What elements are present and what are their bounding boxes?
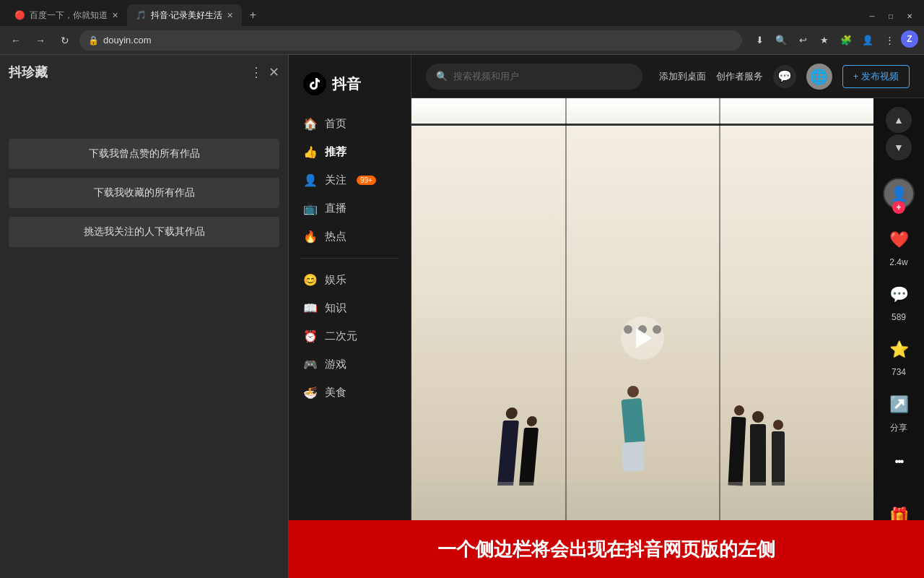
extensions-icon[interactable]: 🧩 [836,30,856,51]
douyin-logo: 抖音 [289,66,411,110]
content-area: 抖珍藏 ⋮ ✕ 下载我曾点赞的所有作品 下载我收藏的所有作品 挑选我关注的人下载… [0,55,924,578]
anime-icon: ⏰ [303,329,318,343]
nav-recommend[interactable]: 👍 推荐 [289,138,411,166]
game-icon: 🎮 [303,358,318,371]
follow-plus-icon[interactable]: + [892,201,905,214]
favorite-action[interactable]: ⭐ 734 [883,334,915,377]
profile-icon[interactable]: 👤 [858,30,878,51]
nav-knowledge[interactable]: 📖 知识 [289,294,411,322]
like-action[interactable]: ❤️ 2.4w [883,224,915,267]
douyin-header: 🔍 搜索视频和用户 添加到桌面 创作者服务 💬 🌐 + 发布视频 [411,55,924,98]
nav-food[interactable]: 🍜 美食 [289,379,411,407]
knowledge-icon: 📖 [303,301,318,315]
close-button[interactable]: ✕ [901,7,918,25]
download-icon[interactable]: ⬇ [749,30,770,51]
extension-menu-icon[interactable]: ⋮ [250,64,263,80]
minimize-button[interactable]: ─ [863,7,881,25]
more-icon: ••• [883,446,915,478]
split-line-right [719,98,720,578]
nav-anime-label: 二次元 [325,329,357,343]
nav-knowledge-label: 知识 [325,301,346,315]
douyin-tab-close[interactable]: ✕ [227,11,233,20]
search-placeholder: 搜索视频和用户 [453,70,519,83]
add-to-desktop-button[interactable]: 添加到桌面 [659,70,706,83]
browser-toolbar: ← → ↻ 🔒 douyin.com ⬇ 🔍 ↩ ★ 🧩 👤 ⋮ Z [0,26,924,55]
download-liked-button[interactable]: 下载我曾点赞的所有作品 [9,139,279,169]
comment-icon: 💬 [883,279,915,311]
nav-entertainment[interactable]: 😊 娱乐 [289,266,411,294]
nav-live[interactable]: 📺 直播 [289,194,411,223]
zoom-icon[interactable]: 🔍 [771,30,791,51]
chat-icon: 💬 [777,69,792,83]
extension-buttons: 下载我曾点赞的所有作品 下载我收藏的所有作品 挑选我关注的人下载其作品 [9,139,279,247]
douyin-tab-label: 抖音·记录美好生活 [151,9,222,22]
scroll-up-button[interactable]: ▲ [886,107,912,133]
nav-game[interactable]: 🎮 游戏 [289,350,411,379]
creator-service-button[interactable]: 创作者服务 [716,70,763,83]
video-main: 🔍 搜索视频和用户 添加到桌面 创作者服务 💬 🌐 + 发布视频 [411,55,924,578]
svg-point-0 [303,72,326,95]
nav-anime[interactable]: ⏰ 二次元 [289,322,411,350]
tab-baidu[interactable]: 🔴 百度一下，你就知道 ✕ [6,4,127,26]
banner-text: 一个侧边栏将会出现在抖音网页版的左侧 [437,537,775,562]
extension-close-icon[interactable]: ✕ [269,64,279,80]
nav-home[interactable]: 🏠 首页 [289,110,411,138]
avatar-icon: 🌐 [810,68,828,85]
tab-douyin[interactable]: 🎵 抖音·记录美好生活 ✕ [127,4,242,26]
live-icon: 📺 [303,202,318,215]
profile-avatar[interactable]: Z [901,30,918,48]
like-icon: ❤️ [883,224,915,256]
video-player[interactable]: ▶ 00:12/ 自动播放 1.0x 🔊 ⛶ 详情 [411,98,873,578]
bookmark-icon[interactable]: ↩ [793,30,813,51]
recommend-icon: 👍 [303,145,318,159]
nav-live-label: 直播 [325,202,346,215]
nav-hot[interactable]: 🔥 热点 [289,223,411,251]
baidu-tab-close[interactable]: ✕ [112,11,118,20]
douyin-logo-text: 抖音 [332,74,361,94]
split-line-left [565,98,567,578]
favorite-count: 734 [892,367,906,377]
like-count: 2.4w [889,257,907,267]
home-icon: 🏠 [303,117,318,131]
entertainment-icon: 😊 [303,273,318,287]
reload-button[interactable]: ↻ [55,30,75,51]
lock-icon: 🔒 [88,35,99,46]
follow-icon: 👤 [303,173,318,187]
star-action-icon: ⭐ [883,334,915,366]
follow-badge: 99+ [357,176,376,185]
menu-icon[interactable]: ⋮ [879,30,899,51]
address-text: douyin.com [103,35,733,46]
nav-follow-label: 关注 [325,173,346,187]
publish-video-button[interactable]: + 发布视频 [842,65,910,88]
header-actions: 添加到桌面 创作者服务 💬 🌐 + 发布视频 [659,64,910,90]
star-icon[interactable]: ★ [814,30,834,51]
share-action[interactable]: ↗️ 分享 [883,389,915,434]
toolbar-icons: ⬇ 🔍 ↩ ★ 🧩 👤 ⋮ Z [749,30,918,51]
play-button[interactable] [621,316,664,360]
share-label: 分享 [890,422,907,434]
new-tab-button[interactable]: + [242,4,263,26]
website-area: 抖音 🏠 首页 👍 推荐 👤 关注 99+ 📺 直播 🔥 [289,55,924,578]
extension-sidebar: 抖珍藏 ⋮ ✕ 下载我曾点赞的所有作品 下载我收藏的所有作品 挑选我关注的人下载… [0,55,289,578]
nav-recommend-label: 推荐 [325,145,346,159]
back-button[interactable]: ← [6,30,26,51]
search-bar[interactable]: 🔍 搜索视频和用户 [426,64,642,90]
nav-follow[interactable]: 👤 关注 99+ [289,166,411,194]
scroll-down-button[interactable]: ▼ [886,134,912,160]
address-bar[interactable]: 🔒 douyin.com [79,30,742,51]
bottom-banner: 一个侧边栏将会出现在抖音网页版的左侧 [289,520,924,578]
chat-button[interactable]: 💬 [773,65,796,88]
download-collected-button[interactable]: 下载我收藏的所有作品 [9,178,279,208]
browser-tab-bar: 🔴 百度一下，你就知道 ✕ 🎵 抖音·记录美好生活 ✕ + ─ □ ✕ [0,0,924,26]
search-icon: 🔍 [436,71,448,82]
douyin-sidebar: 抖音 🏠 首页 👍 推荐 👤 关注 99+ 📺 直播 🔥 [289,55,411,578]
comment-action[interactable]: 💬 589 [883,279,915,322]
more-action[interactable]: ••• [883,446,915,478]
maximize-button[interactable]: □ [882,7,899,25]
user-avatar[interactable]: 🌐 [806,64,832,90]
forward-button[interactable]: → [30,30,51,51]
douyin-logo-icon [303,72,326,95]
baidu-favicon: 🔴 [14,10,25,20]
video-feed: ▶ 00:12/ 自动播放 1.0x 🔊 ⛶ 详情 [411,98,924,578]
download-followed-button[interactable]: 挑选我关注的人下载其作品 [9,217,279,247]
